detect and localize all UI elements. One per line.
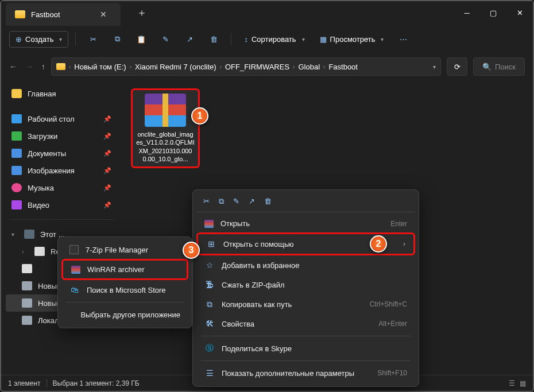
- callout-2: 2: [370, 235, 387, 253]
- ctx-copy-path[interactable]: ⧉Копировать как путьCtrl+Shift+C: [196, 294, 415, 314]
- details-view-icon[interactable]: ☰: [509, 379, 515, 387]
- context-icon-bar: ✂ ⧉ ✎ ↗ 🗑: [196, 193, 415, 212]
- more-icon: ☰: [204, 368, 215, 378]
- chevron-right-icon[interactable]: ›: [22, 249, 29, 255]
- ctx-open[interactable]: ОткрытьEnter: [196, 215, 415, 232]
- close-tab-icon[interactable]: ✕: [95, 7, 111, 21]
- paste-icon[interactable]: 📋: [131, 29, 152, 49]
- copy-icon[interactable]: ⧉: [219, 197, 224, 206]
- ctx-open-with[interactable]: ⊞ Открыть с помощью › 2: [196, 232, 415, 255]
- share-icon[interactable]: ↗: [179, 29, 200, 49]
- sidebar-item-video[interactable]: Видео📌: [6, 196, 117, 214]
- pin-icon: 📌: [103, 150, 111, 157]
- pc-icon: [24, 230, 34, 239]
- crumb-drive[interactable]: Новый том (E:)›: [74, 63, 131, 71]
- tab-title: Fastboot: [31, 10, 60, 19]
- sidebar-item-music[interactable]: Музыка📌: [6, 179, 117, 196]
- ctx-zip[interactable]: 🗜Сжать в ZIP-файл: [196, 275, 415, 294]
- pin-icon: 📌: [103, 133, 111, 140]
- minimize-button[interactable]: ─: [454, 1, 480, 24]
- ctx-winrar[interactable]: WinRAR archiver: [61, 259, 188, 280]
- pictures-icon: [11, 166, 22, 175]
- star-icon: ☆: [204, 260, 215, 270]
- crumb-device[interactable]: Xiaomi Redmi 7 (onclite)›: [135, 63, 222, 71]
- ctx-more[interactable]: ☰Показать дополнительные параметрыShift+…: [196, 363, 415, 383]
- back-button[interactable]: ←: [9, 62, 17, 71]
- tab-fastboot[interactable]: Fastboot ✕: [6, 3, 121, 26]
- drive-icon: [22, 281, 32, 290]
- rar-archive-icon: [145, 94, 186, 127]
- toolbar: ⊕ Создать ▾ ✂ ⧉ 📋 ✎ ↗ 🗑 ↕ Сортировать ▾ …: [1, 24, 533, 54]
- breadcrumb[interactable]: ‹ Новый том (E:)› Xiaomi Redmi 7 (onclit…: [51, 57, 441, 76]
- refresh-button[interactable]: ⟳: [447, 57, 467, 76]
- skype-icon: Ⓢ: [204, 343, 215, 354]
- ctx-properties[interactable]: 🛠СвойстваAlt+Enter: [196, 314, 415, 333]
- properties-icon: 🛠: [204, 319, 215, 329]
- pin-icon: 📌: [103, 201, 111, 209]
- chevron-down-icon[interactable]: ▾: [11, 231, 18, 238]
- crumb-firmwares[interactable]: OFF_FIRMWARES›: [225, 63, 295, 71]
- search-input[interactable]: 🔍 Поиск: [473, 57, 525, 76]
- sidebar-item-home[interactable]: Главная: [6, 85, 117, 102]
- file-name: onclite_global_images_V11.0.2.0.QFLMIXM_…: [136, 130, 195, 163]
- desktop-icon: [11, 114, 22, 123]
- view-toggles: ☰ ▦: [509, 379, 526, 387]
- ctx-other-app[interactable]: Выбрать другое приложение: [61, 305, 188, 324]
- file-icon: [34, 247, 45, 256]
- add-tab-button[interactable]: ＋: [132, 3, 152, 22]
- sevenzip-icon: [69, 245, 79, 254]
- close-button[interactable]: ✕: [506, 1, 533, 24]
- music-icon: [11, 183, 22, 192]
- folder-icon: [15, 10, 25, 18]
- file-item[interactable]: onclite_global_images_V11.0.2.0.QFLMIXM_…: [131, 88, 200, 168]
- winrar-icon: [71, 266, 80, 274]
- sort-label: Сортировать: [251, 35, 296, 44]
- sidebar-item-downloads[interactable]: Загрузки📌: [6, 127, 117, 145]
- maximize-button[interactable]: ▢: [480, 1, 506, 24]
- window-controls: ─ ▢ ✕: [454, 1, 533, 24]
- search-placeholder: Поиск: [495, 63, 516, 71]
- copy-icon[interactable]: ⧉: [107, 29, 127, 49]
- open-with-icon: ⊞: [206, 239, 216, 249]
- sidebar-item-documents[interactable]: Документы📌: [6, 145, 117, 162]
- address-bar: ← → ↑ ‹ Новый том (E:)› Xiaomi Redmi 7 (…: [1, 54, 533, 79]
- crumb-fastboot[interactable]: Fastboot: [328, 63, 358, 71]
- cut-icon[interactable]: ✂: [203, 197, 210, 206]
- ctx-skype[interactable]: ⓈПоделиться в Skype: [196, 339, 415, 358]
- forward-button[interactable]: →: [25, 62, 33, 71]
- sort-button[interactable]: ↕ Сортировать ▾: [238, 32, 310, 47]
- video-icon: [11, 200, 22, 209]
- crumb-global[interactable]: Global›: [298, 63, 325, 71]
- pin-icon: 📌: [103, 184, 111, 192]
- titlebar: Fastboot ✕ ＋ ─ ▢ ✕: [1, 1, 533, 24]
- cut-icon[interactable]: ✂: [83, 29, 103, 49]
- ctx-favorites[interactable]: ☆Добавить в избранное: [196, 255, 415, 275]
- store-icon: 🛍: [69, 285, 80, 295]
- rename-icon[interactable]: ✎: [155, 29, 176, 49]
- rar-icon: [204, 220, 214, 228]
- downloads-icon: [11, 131, 22, 141]
- chevron-right-icon: ›: [403, 240, 405, 248]
- rename-icon[interactable]: ✎: [233, 197, 239, 206]
- ctx-store[interactable]: 🛍Поиск в Microsoft Store: [61, 280, 188, 300]
- drive-icon: [22, 298, 32, 308]
- context-menu-main: ✂ ⧉ ✎ ↗ 🗑 ОткрытьEnter ⊞ Открыть с помощ…: [192, 189, 419, 387]
- new-button[interactable]: ⊕ Создать ▾: [9, 31, 68, 48]
- share-icon[interactable]: ↗: [249, 197, 255, 206]
- nav-arrows: ← → ↑: [9, 62, 45, 71]
- file-icon: [22, 264, 32, 273]
- delete-icon[interactable]: 🗑: [203, 29, 224, 49]
- ctx-7zip[interactable]: 7-Zip File Manager 3: [61, 240, 188, 259]
- view-label: Просмотреть: [330, 35, 376, 44]
- copy-path-icon: ⧉: [204, 299, 215, 309]
- zip-icon: 🗜: [204, 280, 215, 290]
- sidebar-item-desktop[interactable]: Рабочий стол📌: [6, 110, 117, 127]
- view-button[interactable]: ▦ Просмотреть ▾: [314, 32, 390, 47]
- up-button[interactable]: ↑: [41, 62, 45, 71]
- more-icon[interactable]: ⋯: [393, 29, 413, 49]
- delete-icon[interactable]: 🗑: [264, 197, 272, 206]
- status-selection: Выбран 1 элемент: 2,39 ГБ: [53, 379, 140, 387]
- icons-view-icon[interactable]: ▦: [520, 379, 526, 387]
- sidebar-item-pictures[interactable]: Изображения📌: [6, 162, 117, 179]
- drive-icon: [22, 316, 32, 325]
